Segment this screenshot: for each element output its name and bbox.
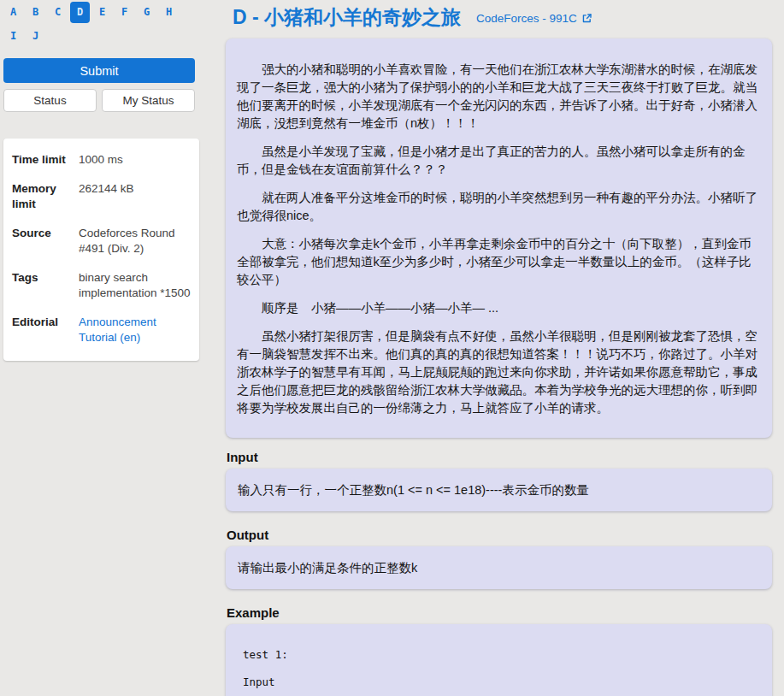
title-row: D - 小猪和小羊的奇妙之旅 CodeForces - 991C xyxy=(233,5,772,29)
problem-tab-e[interactable]: E xyxy=(92,2,112,23)
problem-description: 强大的小猪和聪明的小羊喜欢冒险，有一天他们在浙江农林大学东湖潜水的时候，在湖底发… xyxy=(226,38,772,438)
time-limit-label: Time limit xyxy=(12,152,75,168)
tag-implementation: implementation *1500 xyxy=(79,286,191,301)
tag-binary-search: binary search xyxy=(79,270,191,286)
external-link-icon xyxy=(581,13,592,24)
problem-tab-h[interactable]: H xyxy=(159,2,179,23)
description-paragraph: 虽然小猪打架很厉害，但是脑袋有点不好使，虽然小羊很聪明，但是刚刚被龙套了恐惧，空… xyxy=(237,327,758,417)
problem-tab-i[interactable]: I xyxy=(3,26,23,47)
input-heading: Input xyxy=(227,450,772,464)
problem-info-card: Time limit 1000 ms Memory limit 262144 k… xyxy=(3,139,199,361)
announcement-link[interactable]: Announcement xyxy=(79,316,156,328)
status-button[interactable]: Status xyxy=(3,89,97,112)
description-paragraph: 强大的小猪和聪明的小羊喜欢冒险，有一天他们在浙江农林大学东湖潜水的时候，在湖底发… xyxy=(237,61,758,133)
tags-row: Tags binary search implementation *1500 xyxy=(12,270,191,301)
status-button-row: Status My Status xyxy=(3,89,195,112)
description-paragraph: 顺序是 小猪——小羊——小猪—小羊— ... xyxy=(237,299,758,317)
problem-main: D - 小猪和小羊的奇妙之旅 CodeForces - 991C 强大的小猪和聪… xyxy=(226,0,772,696)
problem-tab-c[interactable]: C xyxy=(48,2,68,23)
sidebar: A B C D E F G H I J Submit Status My Sta… xyxy=(0,0,198,361)
time-limit-row: Time limit 1000 ms xyxy=(12,152,191,168)
output-spec-text: 请输出最小的满足条件的正整数k xyxy=(238,559,760,576)
problem-tab-a[interactable]: A xyxy=(3,2,23,23)
example-heading: Example xyxy=(227,605,772,620)
input-spec-box: 输入只有一行，一个正整数n(1 <= n <= 1e18)----表示金币的数量 xyxy=(226,469,772,511)
problem-tab-j[interactable]: J xyxy=(26,26,45,47)
output-heading: Output xyxy=(227,528,772,542)
problem-tab-d[interactable]: D xyxy=(70,2,90,23)
memory-limit-value: 262144 kB xyxy=(79,181,191,212)
example-box: test 1: Input 43 Output 2 xyxy=(226,624,772,696)
problem-tabs: A B C D E F G H I J xyxy=(3,2,183,47)
output-spec-box: 请输出最小的满足条件的正整数k xyxy=(226,546,772,589)
memory-limit-label: Memory limit xyxy=(12,181,75,212)
time-limit-value: 1000 ms xyxy=(79,152,191,168)
tags-label: Tags xyxy=(12,270,75,301)
description-paragraph: 虽然是小羊发现了宝藏，但是小猪才是出了真正的苦力的人。虽然小猪可以拿走所有的金币… xyxy=(237,143,758,179)
source-value: Codeforces Round #491 (Div. 2) xyxy=(79,226,191,257)
memory-limit-row: Memory limit 262144 kB xyxy=(12,181,191,212)
tags-value: binary search implementation *1500 xyxy=(79,270,191,301)
source-problem-label: CodeForces - 991C xyxy=(476,12,577,25)
example-content: test 1: Input 43 Output 2 xyxy=(243,648,760,696)
source-row: Source Codeforces Round #491 (Div. 2) xyxy=(12,226,191,257)
source-label: Source xyxy=(12,226,75,257)
submit-button[interactable]: Submit xyxy=(3,58,195,83)
editorial-links: Announcement Tutorial (en) xyxy=(79,315,191,345)
problem-tab-f[interactable]: F xyxy=(115,2,134,23)
source-problem-link[interactable]: CodeForces - 991C xyxy=(476,12,592,25)
editorial-label: Editorial xyxy=(12,315,75,345)
description-paragraph: 大意：小猪每次拿走k个金币，小羊再拿走剩余金币中的百分之十（向下取整），直到金币… xyxy=(237,235,758,289)
description-paragraph: 就在两人准备平分这堆金币的时候，聪明的小羊突然想到另一种有趣的平分办法。小猪听了… xyxy=(237,189,758,225)
my-status-button[interactable]: My Status xyxy=(102,89,195,112)
tutorial-link[interactable]: Tutorial (en) xyxy=(79,331,140,344)
problem-tab-b[interactable]: B xyxy=(26,2,45,23)
problem-tab-g[interactable]: G xyxy=(137,2,156,23)
page: A B C D E F G H I J Submit Status My Sta… xyxy=(0,0,784,696)
input-spec-text: 输入只有一行，一个正整数n(1 <= n <= 1e18)----表示金币的数量 xyxy=(238,481,760,498)
page-title: D - 小猪和小羊的奇妙之旅 xyxy=(233,4,461,31)
editorial-row: Editorial Announcement Tutorial (en) xyxy=(12,315,191,345)
